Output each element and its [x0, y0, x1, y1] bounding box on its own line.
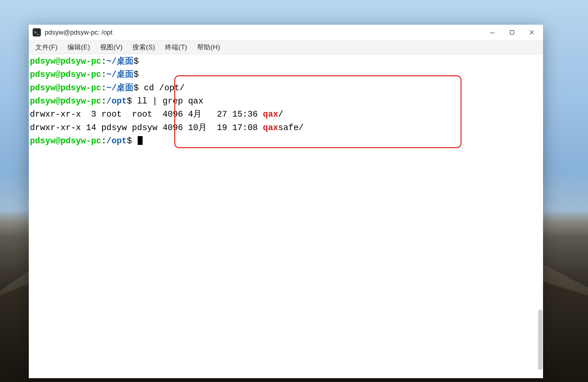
maximize-icon — [510, 30, 514, 35]
prompt-colon: : — [101, 83, 106, 93]
menu-terminal[interactable]: 终端(T) — [160, 41, 192, 53]
cursor — [138, 136, 143, 145]
close-icon — [529, 30, 535, 35]
prompt-sigil: $ — [134, 70, 139, 79]
minimize-icon — [490, 30, 495, 35]
prompt-colon: : — [101, 57, 106, 66]
vertical-scrollbar[interactable] — [538, 310, 542, 370]
menu-view[interactable]: 视图(V) — [95, 41, 128, 53]
svg-rect-1 — [510, 30, 514, 34]
prompt-user-host: pdsyw@pdsyw-pc — [30, 83, 101, 93]
menu-help[interactable]: 帮助(H) — [192, 41, 225, 53]
prompt-path: ~/桌面 — [106, 57, 134, 66]
maximize-button[interactable] — [506, 26, 518, 39]
prompt-user-host: pdsyw@pdsyw-pc — [30, 70, 101, 79]
prompt-path: ~/桌面 — [106, 70, 134, 79]
terminal-app-icon: >_ — [33, 28, 41, 36]
command-cd: cd /opt/ — [139, 83, 185, 93]
listing-row-tail: / — [278, 109, 283, 119]
grep-match: qax — [263, 123, 278, 133]
menubar: 文件(F) 编辑(E) 视图(V) 搜索(S) 终端(T) 帮助(H) — [29, 40, 543, 54]
prompt-sigil: $ — [127, 96, 132, 106]
listing-row: drwxr-xr-x 3 root root 4096 4月 27 15:36 — [30, 109, 263, 119]
minimize-button[interactable] — [486, 26, 499, 39]
window-title: pdsyw@pdsyw-pc: /opt — [45, 29, 486, 36]
prompt-colon: : — [101, 96, 106, 106]
window-controls — [486, 26, 540, 39]
terminal-app-icon-glyph: >_ — [34, 30, 39, 35]
grep-match: qax — [263, 109, 278, 119]
prompt-sigil: $ — [134, 83, 139, 93]
prompt-user-host: pdsyw@pdsyw-pc — [30, 96, 101, 106]
prompt-colon: : — [101, 70, 106, 79]
listing-row-tail: safe/ — [278, 123, 304, 133]
prompt-path: ~/桌面 — [106, 83, 134, 93]
menu-file[interactable]: 文件(F) — [30, 41, 63, 53]
titlebar[interactable]: >_ pdsyw@pdsyw-pc: /opt — [29, 25, 543, 40]
desktop-background: >_ pdsyw@pdsyw-pc: /opt 文件(F) 编辑(E) 视图(V… — [0, 0, 588, 382]
menu-edit[interactable]: 编辑(E) — [63, 41, 95, 53]
prompt-path: /opt — [106, 96, 127, 106]
prompt-colon: : — [101, 136, 106, 146]
prompt-path: /opt — [106, 136, 127, 146]
close-button[interactable] — [525, 26, 538, 39]
prompt-user-host: pdsyw@pdsyw-pc — [30, 57, 101, 66]
prompt-sigil: $ — [127, 136, 132, 146]
prompt-sigil: $ — [134, 57, 139, 66]
prompt-user-host: pdsyw@pdsyw-pc — [30, 136, 101, 146]
terminal-window: >_ pdsyw@pdsyw-pc: /opt 文件(F) 编辑(E) 视图(V… — [29, 25, 543, 378]
command-ll-grep: ll | grep qax — [132, 96, 203, 106]
terminal-output[interactable]: pdsyw@pdsyw-pc:~/桌面$ pdsyw@pdsyw-pc:~/桌面… — [29, 54, 543, 378]
menu-search[interactable]: 搜索(S) — [128, 41, 160, 53]
listing-row: drwxr-xr-x 14 pdsyw pdsyw 4096 10月 19 17… — [30, 123, 263, 133]
